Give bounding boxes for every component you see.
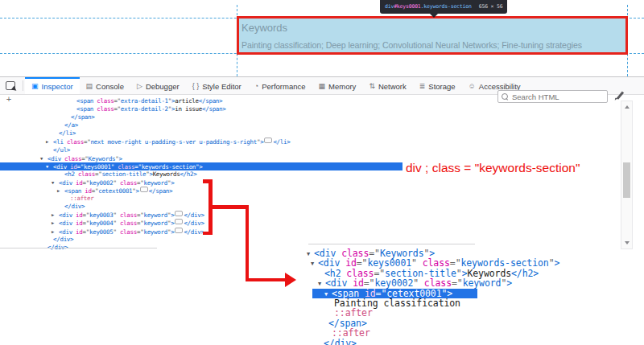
markup-row[interactable]: <span class="extra-detail-1">article</sp…: [0, 97, 620, 105]
code-t: </span>: [199, 97, 223, 105]
code-a: id: [70, 163, 76, 170]
code-t: >: [171, 179, 174, 187]
code-v: keyword: [143, 220, 167, 227]
annotation-bracket-cap-top: [203, 179, 212, 183]
code-t: <div: [53, 163, 70, 170]
tab-label: Network: [378, 82, 407, 91]
code-v: extra-detail-2: [121, 105, 168, 113]
markup-row[interactable]: </a>: [0, 121, 620, 129]
code-a: class: [120, 220, 137, 227]
scrollbar-thumb[interactable]: [623, 162, 630, 198]
code-t: >: [119, 155, 122, 162]
tab-memory[interactable]: ▦Memory: [312, 77, 363, 94]
markup-row[interactable]: </li>: [0, 129, 620, 138]
markup-row[interactable]: ::after: [0, 195, 620, 203]
expand-arrow-icon[interactable]: ▼: [40, 154, 47, 162]
code-eq: =": [452, 277, 463, 289]
expand-arrow-icon[interactable]: ▶: [52, 219, 59, 227]
scrollbar-down-icon[interactable]: [625, 241, 630, 244]
code-eq: ": [113, 228, 119, 236]
collapsed-ellipsis-badge[interactable]: [264, 138, 272, 143]
code-v: keyword: [143, 179, 167, 187]
markup-row[interactable]: <span class="extra-detail-2">in issue</s…: [0, 105, 620, 113]
expand-arrow-icon[interactable]: ▶: [57, 187, 64, 195]
tab-storage[interactable]: ≣Storage: [413, 77, 462, 94]
node-picker-button[interactable]: [0, 77, 21, 94]
collapsed-ellipsis-badge[interactable]: [175, 228, 183, 233]
markup-row[interactable]: ▶<div id="key0003" class="keyword"></div…: [0, 211, 620, 219]
code-t: <h2: [64, 170, 78, 178]
code-v: keyword: [463, 277, 502, 289]
markup-scrollbar[interactable]: [621, 101, 633, 249]
markup-row[interactable]: </div>: [0, 203, 620, 211]
expand-arrow-icon[interactable]: ▶: [52, 228, 59, 236]
code-t: </h2>: [180, 170, 196, 178]
markup-row[interactable]: ▶<div id="key0005" class="keyword"></div…: [0, 228, 620, 236]
markup-row[interactable]: </div>: [307, 339, 637, 345]
code-t: </div>: [53, 236, 73, 243]
code-a: class: [78, 170, 95, 178]
markup-row[interactable]: </ul>: [0, 146, 620, 154]
code-t: </div>: [184, 220, 204, 227]
tab-console[interactable]: ▤Console: [80, 77, 130, 94]
code-t: <li: [53, 138, 67, 146]
code-a: class: [120, 212, 137, 219]
code-v: key0003: [89, 212, 114, 219]
tab-network[interactable]: ⇅Network: [362, 77, 412, 94]
code-t: </div>: [324, 338, 357, 345]
markup-row[interactable]: </div>: [0, 236, 620, 244]
markup-row[interactable]: ▶<span id="cetext0001"></span>: [0, 187, 620, 195]
expand-arrow-icon[interactable]: ▼: [318, 279, 325, 289]
markup-row[interactable]: ▼<div id="key0002" class="keyword">: [0, 179, 620, 187]
code-eq: =": [92, 187, 98, 195]
network-icon: ⇅: [369, 83, 375, 90]
annotation-connector-h2: [246, 278, 287, 282]
code-eq: =": [134, 163, 141, 170]
code-eq: ": [113, 220, 119, 227]
code-a: id: [76, 179, 82, 187]
markup-row[interactable]: ▶<div id="key0004" class="keyword"></div…: [0, 219, 620, 227]
keywords-heading: Keywords: [242, 22, 623, 34]
expand-arrow-icon[interactable]: ▼: [52, 179, 59, 187]
code-eq: =": [114, 97, 120, 105]
tab-debugger[interactable]: ▷Debugger: [130, 77, 186, 94]
code-t: >: [506, 277, 512, 289]
code-t: </div>: [64, 203, 85, 210]
tab-performance[interactable]: ◔Performance: [248, 77, 312, 94]
markup-row[interactable]: ▶<li class="next move-right u-padding-s-…: [0, 138, 620, 146]
code-a: class: [97, 97, 114, 105]
collapsed-ellipsis-badge[interactable]: [175, 211, 183, 216]
expand-arrow-icon[interactable]: ▶: [52, 211, 59, 219]
tab-style-editor[interactable]: { }Style Editor: [186, 77, 248, 94]
tab-inspector[interactable]: ▣Inspector: [25, 77, 80, 94]
code-v: Keywords: [89, 155, 116, 162]
code-t: </span>: [202, 105, 226, 113]
code-v: key0005: [89, 228, 114, 236]
infobar-dimensions: 656 × 56: [479, 3, 503, 10]
code-t: <span: [76, 97, 97, 105]
tab-label: Debugger: [146, 82, 180, 91]
expand-arrow-icon[interactable]: ▼: [311, 259, 318, 269]
collapsed-ellipsis-badge[interactable]: [140, 187, 148, 192]
tab-label: Inspector: [42, 82, 73, 91]
code-a: id: [76, 228, 82, 236]
highlighted-keywords-section: Keywords Painting classification; Deep l…: [237, 16, 628, 55]
expand-arrow-icon[interactable]: ▶: [46, 138, 53, 146]
pasted-markup-tree: ▼<div class="Keywords">▼<div id="keys000…: [307, 248, 637, 345]
infobar-id: #keys0001: [394, 3, 420, 10]
annotation-connector-h1: [210, 205, 249, 209]
collapsed-ellipsis-badge[interactable]: [175, 219, 183, 224]
code-a: id: [76, 212, 82, 219]
code-eq: =": [77, 163, 84, 170]
code-t: </span>: [71, 113, 95, 121]
code-a: id: [76, 220, 82, 227]
code-a: id: [85, 187, 91, 195]
inspector-icon: ▣: [31, 83, 39, 90]
markup-row[interactable]: </span>: [0, 113, 620, 121]
code-t: </span>: [149, 187, 173, 195]
accessibility-icon: ☺: [469, 83, 476, 90]
expand-arrow-icon[interactable]: ▼: [46, 162, 53, 170]
code-t: <div: [59, 212, 76, 219]
node-infobar-tooltip: div#keys0001.keywords-section656 × 56: [380, 0, 507, 14]
scrollbar-up-icon[interactable]: [625, 105, 630, 109]
